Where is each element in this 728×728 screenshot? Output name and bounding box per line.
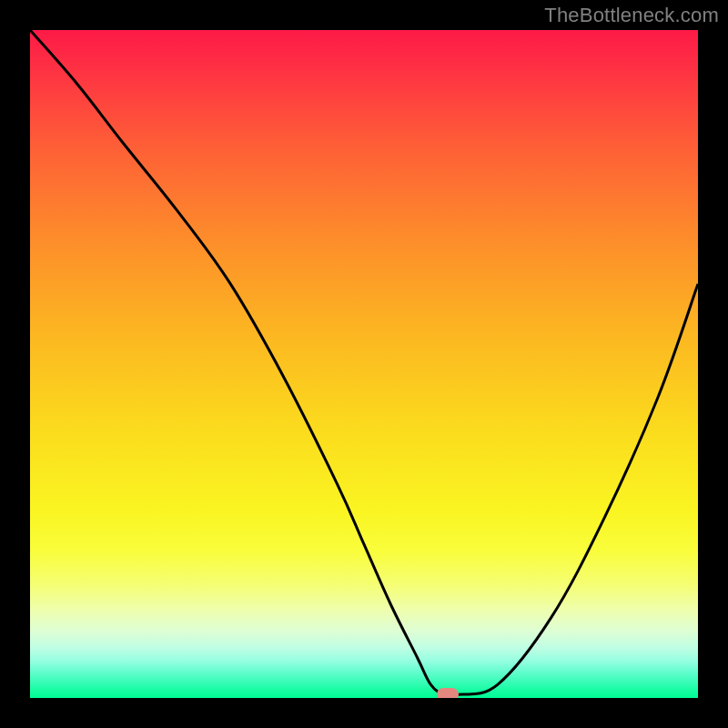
watermark-text: TheBottleneck.com [544,4,719,27]
bottleneck-curve [30,30,698,698]
chart-frame: TheBottleneck.com [0,0,728,728]
curve-path [30,30,698,696]
plot-area [30,30,698,698]
optimal-point-marker [437,688,459,698]
